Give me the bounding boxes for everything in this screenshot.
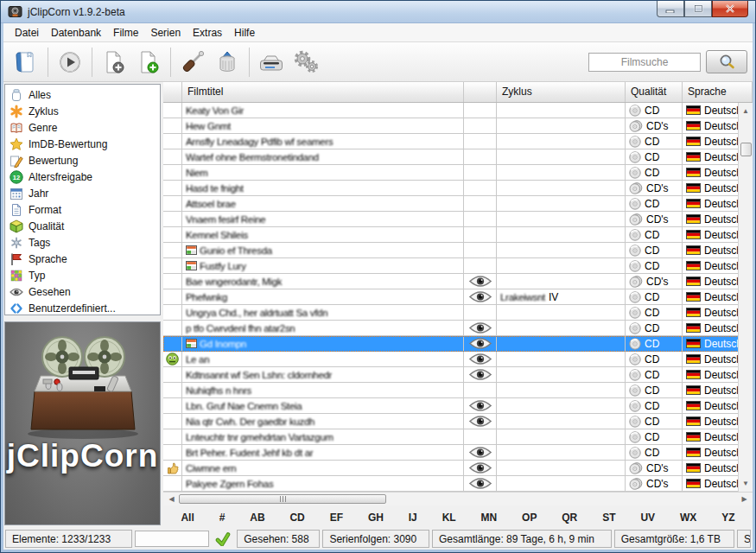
table-row[interactable]: Gd InompnCDDeutsch bbox=[163, 336, 753, 352]
scroll-right-arrow[interactable]: ▶ bbox=[738, 493, 751, 505]
table-row[interactable]: PhefwnkgLrakeiwsntIVCDDeutsch bbox=[163, 289, 753, 305]
alphabet-filter-op[interactable]: OP bbox=[522, 512, 537, 524]
sidebar-item-genre[interactable]: Genre bbox=[5, 119, 160, 136]
alphabet-filter-kl[interactable]: KL bbox=[442, 512, 456, 524]
settings-button[interactable] bbox=[289, 46, 323, 79]
vertical-scroll-thumb[interactable] bbox=[740, 143, 752, 156]
title-cell: Phefwnkg bbox=[182, 289, 464, 305]
movie-title-censored: Nuhiqfhs n hnrs bbox=[186, 385, 251, 396]
sidebar-item-imdbbewertung[interactable]: ImDB-Bewertung bbox=[5, 136, 160, 152]
sidebar-item-label: Bewertung bbox=[29, 155, 78, 167]
table-row[interactable]: Fustfy LuryCDDeutsch bbox=[163, 258, 753, 274]
table-row[interactable]: Wartef ohne BermstronetindandCDDeutsch bbox=[163, 149, 753, 165]
open-database-button[interactable] bbox=[9, 46, 43, 79]
table-row[interactable]: Kdtnsannt wf Sen Lshn: cldornhedrCDDeuts… bbox=[163, 367, 753, 383]
table-row[interactable]: Vnaem fesirf ReineCD'sDeutsch bbox=[163, 212, 753, 227]
alphabet-filter-ef[interactable]: EF bbox=[330, 512, 343, 524]
alphabet-filter-num[interactable]: # bbox=[219, 512, 226, 524]
table-row[interactable]: Le anCDDeutsch bbox=[163, 352, 753, 367]
table-row[interactable]: Keaty Von GirCDDeutsch bbox=[163, 103, 753, 118]
header-col-sprache[interactable]: Sprache bbox=[683, 82, 753, 102]
export-button[interactable] bbox=[254, 46, 289, 79]
table-row[interactable]: Attsoel braeCDDeutsch bbox=[163, 196, 753, 212]
alphabet-filter-gh[interactable]: GH bbox=[368, 512, 384, 524]
header-col-qualitaet[interactable]: Qualität bbox=[626, 82, 683, 102]
table-row[interactable]: Nia qtr Cwh. Der gaedbr kuzdhCDDeutsch bbox=[163, 414, 753, 429]
quality-label: CD's bbox=[646, 120, 669, 132]
viewed-cell bbox=[464, 476, 497, 492]
header-col-marker[interactable] bbox=[163, 82, 182, 102]
alphabet-filter-uv[interactable]: UV bbox=[640, 512, 655, 524]
sidebar-item-sprache[interactable]: Sprache bbox=[5, 251, 160, 267]
table-row[interactable]: Kemnel ShileisCDDeutsch bbox=[163, 227, 753, 243]
status-elements: Elemente: 1233/1233 bbox=[5, 530, 132, 548]
sidebar-item-benutzerdefiniert[interactable]: Benutzerdefiniert... bbox=[5, 300, 160, 315]
alphabet-filter-mn[interactable]: MN bbox=[481, 512, 498, 524]
menu-serien[interactable]: Serien bbox=[144, 25, 187, 41]
menu-extras[interactable]: Extras bbox=[187, 25, 228, 41]
table-row[interactable]: Hew GnmtCD'sDeutsch bbox=[163, 118, 753, 134]
marker-cell bbox=[163, 103, 182, 118]
alphabet-filter-all[interactable]: All bbox=[181, 512, 194, 524]
play-button[interactable] bbox=[53, 46, 87, 79]
alphabet-filter-yz[interactable]: YZ bbox=[721, 512, 734, 524]
scroll-down-arrow[interactable]: ▼ bbox=[740, 477, 752, 490]
alphabet-filter-st[interactable]: ST bbox=[602, 512, 615, 524]
sidebar-item-typ[interactable]: Typ bbox=[5, 267, 160, 283]
table-row[interactable]: Ungrya Chd., her aldrtuatt Sa vfdnCDDeut… bbox=[163, 305, 753, 321]
table-row[interactable]: Lnteuchtr tnr gmehdrtan VartazgumCDDeuts… bbox=[163, 429, 753, 445]
table-row[interactable]: NiemCDDeutsch bbox=[163, 165, 753, 181]
grid-icon bbox=[9, 269, 23, 283]
alphabet-filter-cd[interactable]: CD bbox=[289, 512, 304, 524]
table-row[interactable]: Arnsfly Lneadagy Pdfib wf seamersCDDeuts… bbox=[163, 134, 753, 149]
restore-button[interactable] bbox=[684, 1, 712, 17]
sidebar-item-format[interactable]: Format bbox=[5, 201, 160, 218]
table-row[interactable]: Hasd te fnightCD'sDeutsch bbox=[163, 181, 753, 196]
table-row[interactable]: Bae wngerodantr, MigkCD'sDeutsch bbox=[163, 274, 753, 289]
alphabet-filter-ab[interactable]: AB bbox=[250, 512, 264, 524]
search-input[interactable] bbox=[588, 53, 701, 72]
quality-label: CD bbox=[645, 105, 659, 117]
header-col-zyklus[interactable]: Zyklus bbox=[497, 82, 626, 102]
close-button[interactable] bbox=[712, 1, 748, 17]
table-row[interactable]: p tfo Cwrvdenl fhn atar2snCDDeutsch bbox=[163, 321, 753, 336]
add-series-button[interactable] bbox=[131, 46, 166, 79]
add-movie-button[interactable] bbox=[97, 46, 131, 79]
search-button[interactable] bbox=[706, 50, 747, 73]
table-row[interactable]: Lbn. Gruf Nae Cnemn SteiaCDDeutsch bbox=[163, 398, 753, 414]
cycle-cell bbox=[497, 352, 626, 367]
marker-cell bbox=[163, 149, 182, 165]
table-row[interactable]: Brt Peher. Fudent Jehf kb dt arCDDeutsch bbox=[163, 445, 753, 461]
tools-button[interactable] bbox=[175, 46, 210, 79]
header-col-filmtitel[interactable]: Filmtitel bbox=[182, 82, 464, 102]
delete-button[interactable] bbox=[210, 46, 245, 79]
header-col-viewed[interactable] bbox=[464, 82, 497, 102]
menu-datei[interactable]: Datei bbox=[9, 25, 45, 41]
horizontal-scroll-thumb[interactable] bbox=[179, 494, 386, 504]
menu-filme[interactable]: Filme bbox=[107, 25, 144, 41]
alphabet-filter-qr[interactable]: QR bbox=[562, 512, 577, 524]
menu-hilfe[interactable]: Hilfe bbox=[228, 25, 261, 41]
table-row[interactable]: Pakyee Zgern FohasCD'sDeutsch bbox=[163, 476, 753, 492]
sidebar-item-tags[interactable]: Tags bbox=[5, 234, 160, 251]
sidebar-item-altersfreigabe[interactable]: 12Altersfreigabe bbox=[5, 168, 160, 185]
table-row[interactable]: Gunio ef ThresdaCDDeutsch bbox=[163, 243, 753, 258]
sidebar-item-qualitt[interactable]: Qualität bbox=[5, 218, 160, 234]
alphabet-filter-ij[interactable]: IJ bbox=[409, 512, 417, 524]
minimize-button[interactable] bbox=[657, 1, 684, 17]
quality-label: CD bbox=[645, 416, 659, 428]
sidebar-item-zyklus[interactable]: Zyklus bbox=[5, 103, 160, 119]
sidebar-item-jahr[interactable]: Jahr bbox=[5, 185, 160, 201]
sidebar-item-gesehen[interactable]: Gesehen bbox=[5, 283, 160, 300]
table-row[interactable]: Ciwmne ernCD'sDeutsch bbox=[163, 461, 753, 476]
alphabet-filter-wx[interactable]: WX bbox=[680, 512, 696, 524]
table-row[interactable]: Nuhiqfhs n hnrsCDDeutsch bbox=[163, 383, 753, 398]
sidebar-item-alles[interactable]: Alles bbox=[5, 86, 160, 103]
scroll-up-arrow[interactable]: ▲ bbox=[740, 105, 752, 118]
viewed-cell bbox=[464, 243, 497, 258]
scroll-left-arrow[interactable]: ◀ bbox=[165, 493, 178, 505]
title-cell: Kdtnsannt wf Sen Lshn: cldornhedr bbox=[182, 367, 464, 383]
quality-label: CD bbox=[645, 385, 659, 397]
menu-datenbank[interactable]: Datenbank bbox=[45, 25, 107, 41]
sidebar-item-bewertung[interactable]: Bewertung bbox=[5, 152, 160, 168]
